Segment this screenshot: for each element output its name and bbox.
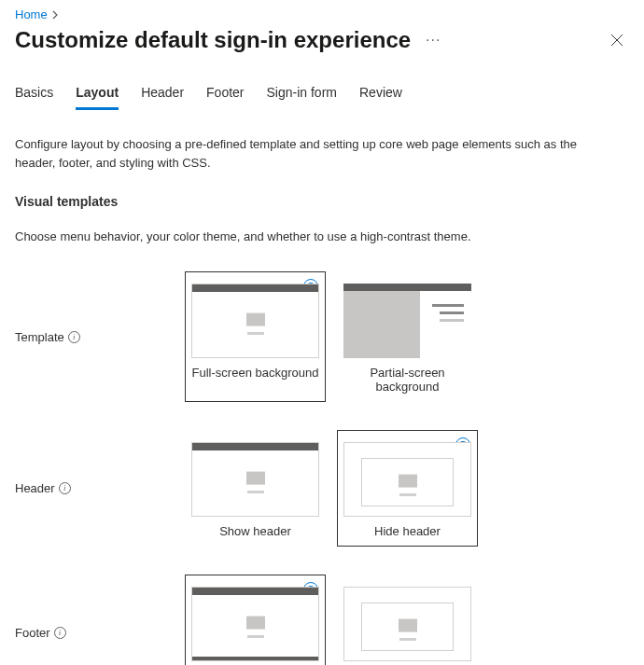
tab-header[interactable]: Header [141, 85, 184, 110]
option-label: Hide header [343, 524, 471, 538]
row-header: Header i Show header Hide header [15, 430, 629, 547]
option-label: Show header [191, 524, 319, 538]
row-label-footer: Footer i [15, 626, 185, 640]
tabs: Basics Layout Header Footer Sign-in form… [15, 85, 629, 111]
thumbnail-hide-header [343, 442, 471, 517]
row-label-template: Template i [15, 330, 185, 344]
row-footer: Footer i Show footer Hide footer [15, 575, 629, 665]
section-description: Choose menu behavior, your color theme, … [15, 229, 629, 243]
more-actions-button[interactable]: ··· [422, 29, 444, 51]
label-header-text: Header [15, 481, 55, 495]
thumbnail-show-header [191, 442, 319, 517]
footer-option-hide[interactable]: Hide footer [337, 575, 478, 665]
layout-description: Configure layout by choosing a pre-defin… [15, 135, 612, 172]
close-button[interactable] [605, 28, 629, 52]
template-option-partial-screen[interactable]: Partial-screen background [337, 271, 478, 402]
row-template: Template i Full-screen background Partia… [15, 271, 629, 402]
tab-layout[interactable]: Layout [76, 85, 119, 110]
footer-option-show[interactable]: Show footer [185, 575, 326, 665]
chevron-right-icon [51, 10, 59, 20]
breadcrumb: Home [15, 7, 629, 21]
tab-basics[interactable]: Basics [15, 85, 53, 110]
section-title-visual-templates: Visual templates [15, 194, 629, 209]
page-header: Customize default sign-in experience ··· [15, 27, 629, 53]
info-icon[interactable]: i [59, 482, 71, 494]
row-label-header: Header i [15, 481, 185, 495]
breadcrumb-home-link[interactable]: Home [15, 7, 48, 21]
tab-footer[interactable]: Footer [206, 85, 244, 110]
tab-signin-form[interactable]: Sign-in form [267, 85, 337, 110]
page-title: Customize default sign-in experience [15, 27, 411, 53]
label-template-text: Template [15, 330, 64, 344]
info-icon[interactable]: i [54, 627, 66, 639]
thumbnail-show-footer [191, 587, 319, 661]
option-label: Partial-screen background [343, 366, 471, 394]
info-icon[interactable]: i [68, 331, 80, 343]
template-option-full-screen[interactable]: Full-screen background [185, 271, 326, 402]
thumbnail-full-screen [191, 284, 319, 358]
option-label: Full-screen background [191, 366, 319, 380]
label-footer-text: Footer [15, 626, 50, 640]
header-option-hide[interactable]: Hide header [337, 430, 478, 547]
header-option-show[interactable]: Show header [185, 430, 326, 547]
tab-review[interactable]: Review [359, 85, 402, 110]
thumbnail-hide-footer [343, 587, 471, 661]
thumbnail-partial-screen [343, 284, 471, 358]
